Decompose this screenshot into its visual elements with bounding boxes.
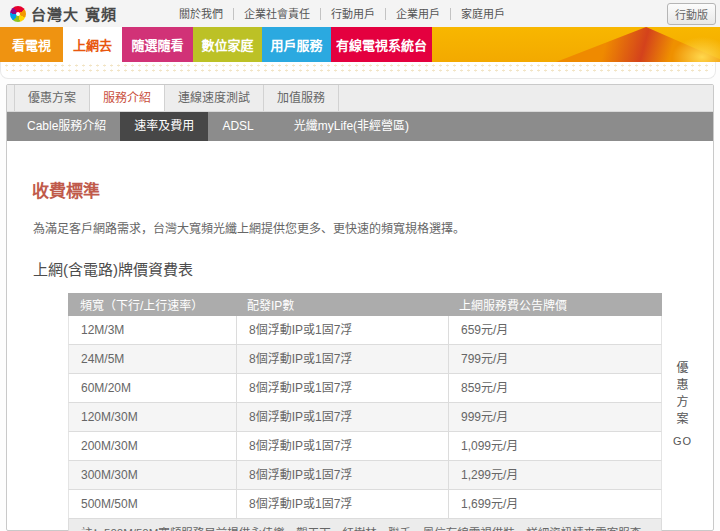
tab-value-added[interactable]: 加值服務 bbox=[264, 85, 339, 111]
column-header-price: 上網服務費公告牌價 bbox=[447, 296, 662, 313]
banner-glow-decoration bbox=[672, 37, 720, 62]
subtab-cable-intro[interactable]: Cable服務介紹 bbox=[13, 112, 120, 141]
table-row: 60M/20M 8個浮動IP或1固7浮 859元/月 bbox=[68, 374, 662, 403]
page-content: 收費標準 為滿足客戶網路需求，台灣大寬頻光纖上網提供您更多、更快速的頻寬規格選擇… bbox=[7, 177, 713, 531]
nav-item-vod[interactable]: 隨選隨看 bbox=[122, 27, 193, 62]
subtab-rates-fees[interactable]: 速率及費用 bbox=[120, 112, 208, 141]
subtab-adsl[interactable]: ADSL bbox=[208, 112, 267, 141]
cell-ip: 8個浮動IP或1固7浮 bbox=[236, 316, 448, 345]
cell-ip: 8個浮動IP或1固7浮 bbox=[236, 461, 448, 490]
cell-ip: 8個浮動IP或1固7浮 bbox=[236, 374, 448, 403]
cell-bandwidth: 500M/50M bbox=[69, 490, 236, 519]
table-row: 200M/30M 8個浮動IP或1固7浮 1,099元/月 bbox=[68, 432, 662, 461]
table-row: 24M/5M 8個浮動IP或1固7浮 799元/月 bbox=[68, 345, 662, 374]
promo-vertical-label: 優惠方案 bbox=[673, 361, 689, 429]
table-row: 500M/50M 8個浮動IP或1固7浮 1,699元/月 bbox=[68, 490, 662, 519]
table-header-row: 頻寬（下行/上行速率） 配發IP數 上網服務費公告牌價 bbox=[68, 293, 662, 316]
tab-promotions[interactable]: 優惠方案 bbox=[14, 85, 90, 111]
page-title: 收費標準 bbox=[32, 177, 713, 202]
cell-bandwidth: 12M/3M bbox=[69, 316, 236, 345]
cell-price: 999元/月 bbox=[448, 403, 661, 432]
table-row: 120M/30M 8個浮動IP或1固7浮 999元/月 bbox=[68, 403, 662, 432]
cell-bandwidth: 200M/30M bbox=[69, 432, 236, 461]
table-row: 12M/3M 8個浮動IP或1固7浮 659元/月 bbox=[68, 316, 662, 345]
price-table: 頻寬（下行/上行速率） 配發IP數 上網服務費公告牌價 12M/3M 8個浮動I… bbox=[68, 293, 662, 531]
nav-item-digital-home[interactable]: 數位家庭 bbox=[193, 27, 262, 62]
main-navigation: 看電視 上網去 隨選隨看 數位家庭 用戶服務 有線電視系統台 bbox=[0, 27, 720, 62]
nav-item-watch-tv[interactable]: 看電視 bbox=[0, 27, 63, 62]
top-link-about[interactable]: 關於我們 bbox=[169, 8, 234, 20]
top-utility-bar: 台灣大 寬頻 關於我們 企業社會責任 行動用戶 企業用戶 家庭用戶 行動版 bbox=[0, 0, 720, 27]
brand-product: 寬頻 bbox=[85, 3, 117, 24]
column-header-ip: 配發IP數 bbox=[235, 296, 447, 313]
nav-item-cable-tv-systems[interactable]: 有線電視系統台 bbox=[331, 27, 432, 62]
tab-service-intro[interactable]: 服務介紹 bbox=[90, 85, 165, 111]
cell-price: 859元/月 bbox=[448, 374, 661, 403]
main-container: 優惠方案 服務介紹 連線速度測試 加值服務 Cable服務介紹 速率及費用 AD… bbox=[6, 84, 714, 531]
cell-price: 1,299元/月 bbox=[448, 461, 661, 490]
intro-text: 為滿足客戶網路需求，台灣大寬頻光纖上網提供您更多、更快速的頻寬規格選擇。 bbox=[33, 219, 713, 236]
promo-vertical-tab[interactable]: 優惠方案 GO bbox=[673, 361, 689, 447]
table-row: 300M/30M 8個浮動IP或1固7浮 1,299元/月 bbox=[68, 461, 662, 490]
cell-bandwidth: 300M/30M bbox=[69, 461, 236, 490]
table-note: 註：500M/50M寬頻服務目前提供永佳樂、觀天下、紅樹林、聯禾、鳳信有線電視供… bbox=[68, 519, 662, 531]
subtab-fiber-mylife[interactable]: 光纖myLife(非經營區) bbox=[280, 112, 423, 141]
primary-tabs: 優惠方案 服務介紹 連線速度測試 加值服務 bbox=[7, 85, 713, 112]
top-link-business-users[interactable]: 企業用戶 bbox=[386, 8, 451, 20]
top-link-home-users[interactable]: 家庭用戶 bbox=[451, 8, 515, 20]
table-title: 上網(含電路)牌價資費表 bbox=[33, 258, 713, 279]
cell-ip: 8個浮動IP或1固7浮 bbox=[236, 432, 448, 461]
top-link-mobile-users[interactable]: 行動用戶 bbox=[321, 8, 386, 20]
cell-price: 1,099元/月 bbox=[448, 432, 661, 461]
cell-price: 659元/月 bbox=[448, 316, 661, 345]
cell-bandwidth: 24M/5M bbox=[69, 345, 236, 374]
secondary-tabs: Cable服務介紹 速率及費用 ADSL 光纖myLife(非經營區) bbox=[7, 112, 713, 141]
pinwheel-logo-icon bbox=[10, 6, 26, 22]
nav-item-internet[interactable]: 上網去 bbox=[63, 27, 122, 62]
cell-bandwidth: 120M/30M bbox=[69, 403, 236, 432]
banner-dotted-strip bbox=[0, 62, 716, 79]
column-header-bandwidth: 頻寬（下行/上行速率） bbox=[68, 296, 235, 313]
nav-items: 看電視 上網去 隨選隨看 數位家庭 用戶服務 有線電視系統台 bbox=[0, 27, 432, 62]
tab-speed-test[interactable]: 連線速度測試 bbox=[165, 85, 264, 111]
price-table-body: 12M/3M 8個浮動IP或1固7浮 659元/月 24M/5M 8個浮動IP或… bbox=[68, 316, 662, 519]
mobile-version-button[interactable]: 行動版 bbox=[667, 3, 716, 25]
cell-price: 1,699元/月 bbox=[448, 490, 661, 519]
brand-logo[interactable]: 台灣大 寬頻 bbox=[10, 3, 117, 24]
nav-item-customer-service[interactable]: 用戶服務 bbox=[262, 27, 331, 62]
cell-price: 799元/月 bbox=[448, 345, 661, 374]
top-link-csr[interactable]: 企業社會責任 bbox=[234, 8, 321, 20]
cell-ip: 8個浮動IP或1固7浮 bbox=[236, 403, 448, 432]
cell-ip: 8個浮動IP或1固7浮 bbox=[236, 345, 448, 374]
brand-name: 台灣大 bbox=[31, 3, 79, 24]
promo-go-label: GO bbox=[673, 435, 689, 447]
top-links: 關於我們 企業社會責任 行動用戶 企業用戶 家庭用戶 bbox=[169, 8, 515, 20]
cell-ip: 8個浮動IP或1固7浮 bbox=[236, 490, 448, 519]
cell-bandwidth: 60M/20M bbox=[69, 374, 236, 403]
